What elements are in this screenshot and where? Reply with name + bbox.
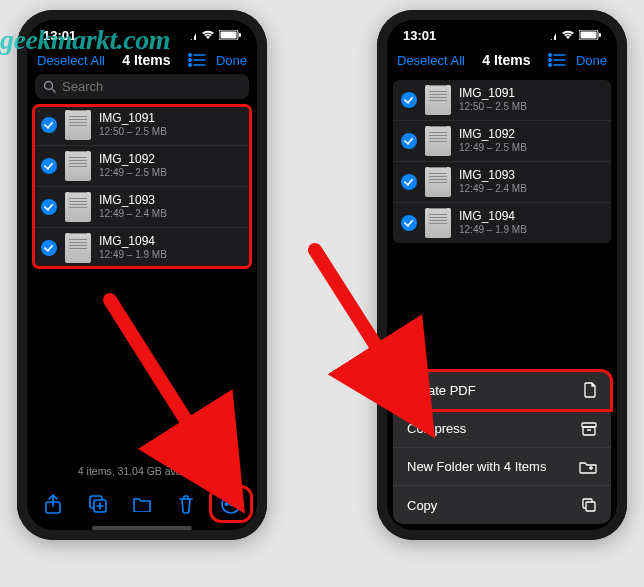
checkmark-icon[interactable]: [41, 240, 57, 256]
file-thumbnail: [425, 208, 451, 238]
action-label: Compress: [407, 421, 466, 436]
file-thumbnail: [65, 192, 91, 222]
list-item[interactable]: IMG_1094 12:49 – 1.9 MB: [33, 228, 251, 268]
file-name: IMG_1092: [99, 153, 167, 167]
file-subtitle: 12:49 – 2.4 MB: [99, 208, 167, 220]
file-thumbnail: [425, 85, 451, 115]
phone-left: 13:01 Deselect All 4 Items Done: [17, 10, 267, 540]
document-icon: [583, 382, 597, 398]
list-item[interactable]: IMG_109212:49 – 2.5 MB: [393, 121, 611, 162]
phone-right: 13:01 Deselect All 4 Items Done IMG_1091…: [377, 10, 627, 540]
archive-icon: [581, 422, 597, 436]
svg-point-13: [45, 82, 53, 90]
svg-rect-5: [221, 32, 237, 39]
checkmark-icon[interactable]: [401, 133, 417, 149]
deselect-all-button[interactable]: Deselect All: [397, 53, 465, 68]
checkmark-icon[interactable]: [41, 199, 57, 215]
file-thumbnail: [65, 233, 91, 263]
list-item[interactable]: IMG_1092 12:49 – 2.5 MB: [33, 146, 251, 187]
delete-button[interactable]: [168, 489, 204, 519]
list-item[interactable]: IMG_1091 12:50 – 2.5 MB: [33, 105, 251, 146]
checkmark-icon[interactable]: [401, 174, 417, 190]
file-subtitle: 12:49 – 1.9 MB: [99, 249, 167, 261]
file-subtitle: 12:49 – 1.9 MB: [459, 224, 527, 236]
file-subtitle: 12:50 – 2.5 MB: [99, 126, 167, 138]
svg-rect-41: [586, 502, 595, 511]
file-thumbnail: [425, 167, 451, 197]
watermark-text: geekmarkt.com: [0, 24, 170, 56]
svg-rect-29: [599, 33, 601, 37]
svg-point-34: [549, 64, 551, 66]
action-sheet: Create PDF Compress New Folder with 4 It…: [393, 371, 611, 524]
action-new-folder[interactable]: New Folder with 4 Items: [393, 448, 611, 486]
search-icon: [43, 80, 56, 93]
more-button[interactable]: [213, 489, 249, 519]
home-indicator: [92, 526, 192, 530]
view-list-icon[interactable]: [188, 53, 206, 67]
svg-point-22: [234, 503, 236, 505]
notch: [447, 20, 557, 42]
wifi-icon: [561, 30, 575, 40]
list-item[interactable]: IMG_109112:50 – 2.5 MB: [393, 80, 611, 121]
toolbar: [27, 481, 257, 523]
copy-icon: [581, 497, 597, 513]
checkmark-icon[interactable]: [401, 215, 417, 231]
battery-icon: [219, 30, 241, 40]
status-time: 13:01: [403, 28, 436, 43]
nav-title: 4 Items: [482, 52, 530, 68]
svg-point-30: [549, 54, 551, 56]
action-label: New Folder with 4 Items: [407, 459, 546, 474]
file-name: IMG_1092: [459, 128, 527, 142]
action-copy[interactable]: Copy: [393, 486, 611, 524]
svg-line-14: [52, 89, 55, 92]
list-item[interactable]: IMG_109412:49 – 1.9 MB: [393, 203, 611, 243]
file-subtitle: 12:50 – 2.5 MB: [459, 101, 527, 113]
file-name: IMG_1091: [459, 87, 527, 101]
svg-rect-37: [583, 427, 595, 435]
svg-point-9: [189, 59, 191, 61]
checkmark-icon[interactable]: [41, 117, 57, 133]
svg-point-32: [549, 59, 551, 61]
svg-point-11: [189, 64, 191, 66]
list-item[interactable]: IMG_109312:49 – 2.4 MB: [393, 162, 611, 203]
share-button[interactable]: [35, 489, 71, 519]
file-list: IMG_109112:50 – 2.5 MB IMG_109212:49 – 2…: [393, 80, 611, 243]
done-button[interactable]: Done: [576, 53, 607, 68]
svg-point-20: [225, 503, 227, 505]
svg-rect-28: [581, 32, 597, 39]
wifi-icon: [201, 30, 215, 40]
svg-point-7: [189, 54, 191, 56]
svg-rect-6: [239, 33, 241, 37]
file-name: IMG_1091: [99, 112, 167, 126]
file-name: IMG_1094: [459, 210, 527, 224]
move-button[interactable]: [124, 489, 160, 519]
checkmark-icon[interactable]: [401, 92, 417, 108]
duplicate-button[interactable]: [80, 489, 116, 519]
done-button[interactable]: Done: [216, 53, 247, 68]
file-thumbnail: [65, 110, 91, 140]
file-thumbnail: [65, 151, 91, 181]
action-label: Create PDF: [407, 383, 476, 398]
file-name: IMG_1093: [99, 194, 167, 208]
list-item[interactable]: IMG_1093 12:49 – 2.4 MB: [33, 187, 251, 228]
footer-status: 4 items, 31.04 GB available: [27, 461, 257, 481]
file-subtitle: 12:49 – 2.4 MB: [459, 183, 527, 195]
file-name: IMG_1094: [99, 235, 167, 249]
svg-point-21: [230, 503, 232, 505]
file-subtitle: 12:49 – 2.5 MB: [459, 142, 527, 154]
search-bar[interactable]: [35, 74, 249, 99]
checkmark-icon[interactable]: [41, 158, 57, 174]
search-input[interactable]: [62, 79, 241, 94]
view-list-icon[interactable]: [548, 53, 566, 67]
action-label: Copy: [407, 498, 437, 513]
file-subtitle: 12:49 – 2.5 MB: [99, 167, 167, 179]
file-thumbnail: [425, 126, 451, 156]
action-create-pdf[interactable]: Create PDF: [393, 371, 611, 410]
battery-icon: [579, 30, 601, 40]
file-list: IMG_1091 12:50 – 2.5 MB IMG_1092 12:49 –…: [33, 105, 251, 268]
action-compress[interactable]: Compress: [393, 410, 611, 448]
nav-bar: Deselect All 4 Items Done: [387, 48, 617, 74]
file-name: IMG_1093: [459, 169, 527, 183]
folder-plus-icon: [579, 460, 597, 474]
